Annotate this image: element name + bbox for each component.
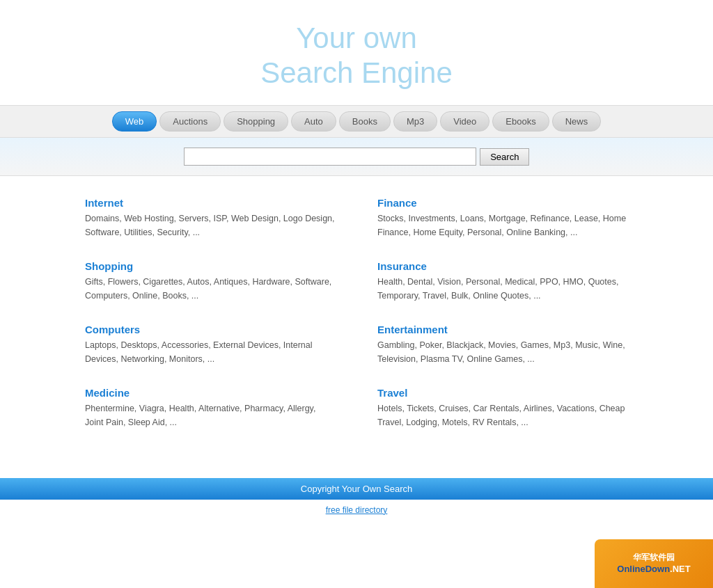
category-desc-computers: Laptops, Desktops, Accessories, External…: [85, 338, 336, 366]
category-link-finance[interactable]: Finance: [377, 197, 417, 209]
category-desc-internet: Domains, Web Hosting, Servers, ISP, Web …: [85, 212, 336, 239]
category-insurance: InsuranceHealth, Dental, Vision, Persona…: [377, 260, 628, 303]
nav-btn-auctions[interactable]: Auctions: [159, 111, 221, 132]
title-line2: Search Engine: [260, 56, 453, 89]
search-input[interactable]: [184, 148, 476, 166]
search-button[interactable]: Search: [480, 148, 529, 166]
category-shopping: ShoppingGifts, Flowers, Cigarettes, Auto…: [85, 260, 336, 303]
nav-btn-ebooks[interactable]: Ebooks: [492, 111, 549, 132]
nav-btn-auto[interactable]: Auto: [291, 111, 336, 132]
footer: Copyright Your Own Search: [0, 478, 713, 500]
category-link-insurance[interactable]: Insurance: [377, 260, 427, 272]
nav-btn-mp3[interactable]: Mp3: [393, 111, 437, 132]
category-medicine: MedicinePhentermine, Viagra, Health, Alt…: [85, 387, 336, 429]
footer-link[interactable]: free file directory: [326, 505, 388, 515]
title-line1: Your own: [296, 22, 417, 54]
category-link-travel[interactable]: Travel: [377, 387, 407, 399]
category-desc-insurance: Health, Dental, Vision, Personal, Medica…: [377, 275, 628, 303]
category-desc-medicine: Phentermine, Viagra, Health, Alternative…: [85, 402, 336, 429]
category-link-internet[interactable]: Internet: [85, 197, 123, 209]
navigation: WebAuctionsShoppingAutoBooksMp3VideoEboo…: [0, 105, 713, 138]
category-desc-travel: Hotels, Tickets, Cruises, Car Rentals, A…: [377, 402, 628, 429]
right-column: FinanceStocks, Investments, Loans, Mortg…: [377, 197, 628, 450]
categories-grid: InternetDomains, Web Hosting, Servers, I…: [43, 197, 670, 450]
site-title: Your own Search Engine: [0, 21, 713, 91]
footer-link-section: free file directory: [0, 500, 713, 521]
category-desc-shopping: Gifts, Flowers, Cigarettes, Autos, Antiq…: [85, 275, 336, 303]
search-section: Search: [0, 138, 713, 176]
category-finance: FinanceStocks, Investments, Loans, Mortg…: [377, 197, 628, 239]
category-desc-finance: Stocks, Investments, Loans, Mortgage, Re…: [377, 212, 628, 239]
category-link-medicine[interactable]: Medicine: [85, 387, 130, 399]
nav-btn-video[interactable]: Video: [440, 111, 489, 132]
category-entertainment: EntertainmentGambling, Poker, Blackjack,…: [377, 324, 628, 366]
copyright-text: Copyright Your Own Search: [301, 484, 412, 494]
nav-btn-web[interactable]: Web: [112, 111, 157, 132]
nav-btn-news[interactable]: News: [552, 111, 602, 132]
category-travel: TravelHotels, Tickets, Cruises, Car Rent…: [377, 387, 628, 429]
category-desc-entertainment: Gambling, Poker, Blackjack, Movies, Game…: [377, 338, 628, 366]
left-column: InternetDomains, Web Hosting, Servers, I…: [85, 197, 336, 450]
category-computers: ComputersLaptops, Desktops, Accessories,…: [85, 324, 336, 366]
category-internet: InternetDomains, Web Hosting, Servers, I…: [85, 197, 336, 239]
category-link-shopping[interactable]: Shopping: [85, 260, 133, 272]
category-link-computers[interactable]: Computers: [85, 324, 140, 335]
nav-btn-books[interactable]: Books: [339, 111, 391, 132]
nav-btn-shopping[interactable]: Shopping: [224, 111, 288, 132]
category-link-entertainment[interactable]: Entertainment: [377, 324, 448, 335]
header: Your own Search Engine: [0, 0, 713, 105]
